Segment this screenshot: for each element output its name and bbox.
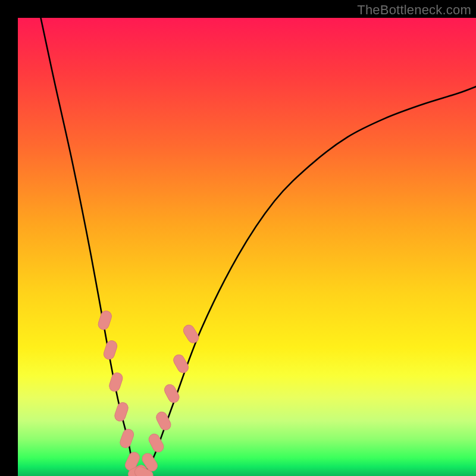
svg-rect-4 <box>118 428 135 449</box>
curve-marker <box>118 428 135 449</box>
svg-rect-3 <box>113 401 129 422</box>
watermark-text: TheBottleneck.com <box>357 2 471 18</box>
curve-marker <box>162 383 181 405</box>
curve-layer <box>18 18 476 476</box>
curve-marker <box>108 371 124 393</box>
curve-marker <box>102 339 118 361</box>
svg-rect-0 <box>97 309 113 331</box>
svg-rect-2 <box>108 371 124 393</box>
chart-frame: TheBottleneck.com <box>0 0 476 476</box>
curve-marker <box>113 401 129 422</box>
svg-rect-11 <box>162 383 181 405</box>
curve-marker <box>97 309 113 331</box>
bottleneck-curve <box>41 18 477 476</box>
marker-group <box>97 309 201 476</box>
plot-area <box>18 18 476 476</box>
svg-rect-13 <box>181 323 201 345</box>
curve-marker <box>181 323 201 345</box>
svg-rect-1 <box>102 339 118 361</box>
